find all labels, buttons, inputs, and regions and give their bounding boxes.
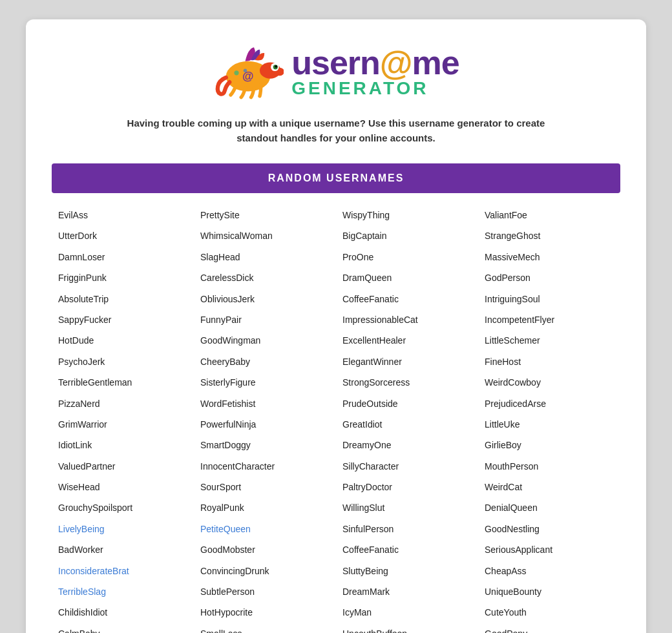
username-item[interactable]: ElegantWinner [336,353,478,371]
username-item[interactable]: ProOne [336,248,478,266]
username-item[interactable]: FrigginPunk [52,269,194,287]
username-item[interactable]: GrimWarrior [52,415,194,433]
username-item[interactable]: LittleSchemer [478,331,620,349]
username-item[interactable]: LivelyBeing [52,520,194,538]
username-item[interactable]: PowerfulNinja [194,415,336,433]
username-item[interactable]: GodPerson [478,269,620,287]
username-item[interactable]: CheapAss [478,562,620,580]
username-item[interactable]: SmartDoggy [194,436,336,454]
username-item[interactable]: DramQueen [336,269,478,287]
username-item[interactable]: IcyMan [336,603,478,621]
username-item[interactable]: StrongSorceress [336,373,478,391]
username-item[interactable]: PetiteQueen [194,520,336,538]
username-item[interactable]: ConvincingDrunk [194,562,336,580]
username-item[interactable]: CalmBaby [52,625,194,633]
username-item[interactable]: DenialQueen [478,499,620,517]
username-item[interactable]: CuteYouth [478,603,620,621]
username-item[interactable]: SlagHead [194,248,336,266]
username-item[interactable]: BigCaptain [336,227,478,245]
username-item[interactable]: WillingSlut [336,499,478,517]
username-item[interactable]: AbsoluteTrip [52,290,194,308]
username-item[interactable]: IdiotLink [52,436,194,454]
username-item[interactable]: GirlieBoy [478,436,620,454]
username-item[interactable]: GoodPony [478,625,620,633]
svg-point-8 [244,69,247,72]
username-item[interactable]: WeirdCat [478,478,620,496]
username-item[interactable]: EvilAss [52,206,194,224]
username-item[interactable]: PsychoJerk [52,353,194,371]
username-item[interactable]: GoodMobster [194,541,336,559]
chameleon-icon: @ [213,43,284,101]
username-item[interactable]: ObliviousJerk [194,290,336,308]
svg-point-5 [275,65,278,68]
username-item[interactable]: WeirdCowboy [478,373,620,391]
username-item[interactable]: ExcellentHealer [336,331,478,349]
username-item[interactable]: HotHypocrite [194,603,336,621]
username-item[interactable]: SinfulPerson [336,520,478,538]
username-item[interactable]: IncompetentFlyer [478,311,620,329]
username-item[interactable]: UtterDork [52,227,194,245]
username-item[interactable]: IntriguingSoul [478,290,620,308]
username-item[interactable]: SmallLass [194,625,336,633]
username-item[interactable]: ValiantFoe [478,206,620,224]
section-header: RANDOM USERNAMES [52,163,620,193]
username-item[interactable]: PaltryDoctor [336,478,478,496]
username-item[interactable]: CoffeeFanatic [336,290,478,308]
username-item[interactable]: WordFetishist [194,395,336,413]
username-item[interactable]: PizzaNerd [52,395,194,413]
username-item[interactable]: ChildishIdiot [52,603,194,621]
username-item[interactable]: GrouchySpoilsport [52,499,194,517]
username-item[interactable]: WiseHead [52,478,194,496]
username-item[interactable]: MouthPerson [478,457,620,475]
username-item[interactable]: SourSport [194,478,336,496]
username-item[interactable]: SillyCharacter [336,457,478,475]
logo-text: usern@me GENERATOR [291,46,459,98]
username-item[interactable]: PrejudicedArse [478,395,620,413]
logo-username: usern@me [291,46,459,79]
logo-generator: GENERATOR [291,79,459,98]
username-item[interactable]: RoyalPunk [194,499,336,517]
username-item[interactable]: FunnyPair [194,311,336,329]
username-item[interactable]: PrettySite [194,206,336,224]
username-item[interactable]: SappyFucker [52,311,194,329]
main-card: @ usern@me GENERATOR Having trouble comi… [26,19,646,633]
username-grid: EvilAssPrettySiteWispyThingValiantFoeUtt… [52,206,620,633]
username-item[interactable]: InconsiderateBrat [52,562,194,580]
username-item[interactable]: SubtlePerson [194,583,336,601]
tagline: Having trouble coming up with a unique u… [116,116,556,145]
username-item[interactable]: WhimsicalWoman [194,227,336,245]
username-item[interactable]: TerribleGentleman [52,373,194,391]
username-item[interactable]: StrangeGhost [478,227,620,245]
username-item[interactable]: CarelessDick [194,269,336,287]
username-item[interactable]: CoffeeFanatic [336,541,478,559]
username-item[interactable]: WispyThing [336,206,478,224]
username-item[interactable]: TerribleSlag [52,583,194,601]
username-item[interactable]: GoodNestling [478,520,620,538]
username-item[interactable]: ImpressionableCat [336,311,478,329]
username-item[interactable]: UncouthBuffoon [336,625,478,633]
username-item[interactable]: InnocentCharacter [194,457,336,475]
username-item[interactable]: DreamyOne [336,436,478,454]
svg-point-7 [235,70,239,75]
username-item[interactable]: ValuedPartner [52,457,194,475]
username-item[interactable]: CheeryBaby [194,353,336,371]
username-item[interactable]: SisterlyFigure [194,373,336,391]
username-item[interactable]: FineHost [478,353,620,371]
username-item[interactable]: DreamMark [336,583,478,601]
username-item[interactable]: SluttyBeing [336,562,478,580]
username-item[interactable]: DamnLoser [52,248,194,266]
username-item[interactable]: HotDude [52,331,194,349]
username-item[interactable]: GreatIdiot [336,415,478,433]
username-item[interactable]: GoodWingman [194,331,336,349]
logo-area: @ usern@me GENERATOR [52,43,620,101]
username-item[interactable]: PrudeOutside [336,395,478,413]
username-item[interactable]: UniqueBounty [478,583,620,601]
username-item[interactable]: SeriousApplicant [478,541,620,559]
username-item[interactable]: BadWorker [52,541,194,559]
username-item[interactable]: MassiveMech [478,248,620,266]
username-item[interactable]: LittleUke [478,415,620,433]
